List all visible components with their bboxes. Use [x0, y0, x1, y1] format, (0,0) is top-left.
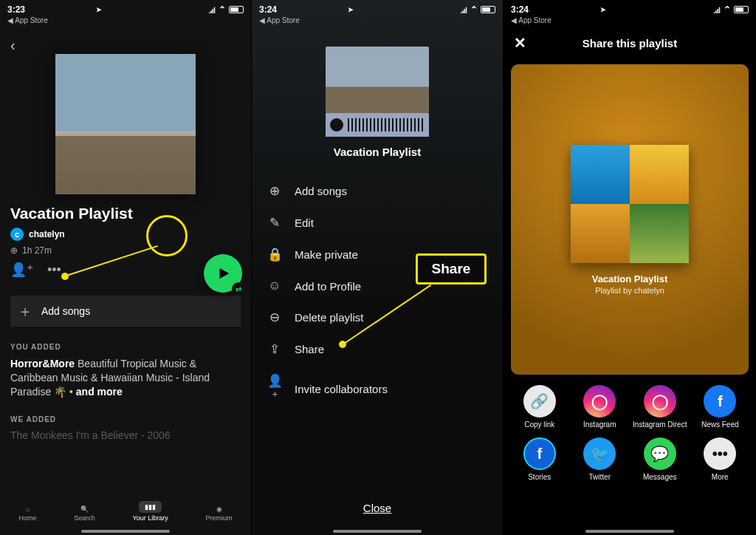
messages-icon: 💬: [644, 437, 676, 470]
battery-icon: [481, 6, 495, 13]
share-playlist-title: Vacation Playlist: [592, 273, 668, 284]
menu-invite[interactable]: 👤⁺Invite collaborators: [267, 373, 488, 404]
owner-row[interactable]: c chatelyn: [10, 228, 241, 241]
home-indicator[interactable]: [333, 530, 422, 533]
instagram-direct-icon: ◯: [644, 385, 676, 418]
status-indicators: ⌃: [209, 4, 244, 15]
close-icon[interactable]: ✕: [514, 34, 526, 52]
facebook-stories-icon: f: [523, 437, 556, 470]
back-to-app[interactable]: ◀ App Store: [0, 16, 251, 26]
home-icon: ⌂: [26, 505, 30, 513]
and-more: and more: [76, 386, 123, 398]
status-time: 3:24: [511, 4, 529, 15]
share-stories[interactable]: fStories: [509, 437, 570, 481]
track-row-1[interactable]: Horror&More Beautiful Tropical Music & C…: [10, 357, 241, 399]
share-news-feed[interactable]: fNews Feed: [690, 385, 751, 429]
link-icon: 🔗: [523, 385, 556, 418]
playlist-cover: [55, 54, 196, 194]
signal-icon: [461, 7, 467, 13]
signal-icon: [209, 7, 216, 13]
wifi-icon: ⌃: [724, 4, 731, 15]
status-indicators: ⌃: [461, 4, 495, 15]
plus-icon: ＋: [18, 301, 32, 321]
spotify-code: [326, 113, 429, 137]
library-icon: ▮▮▮: [145, 503, 156, 511]
close-button[interactable]: Close: [252, 502, 503, 514]
share-instagram[interactable]: ◯Instagram: [570, 385, 630, 429]
share-targets: 🔗Copy link ◯Instagram ◯Instagram Direct …: [509, 385, 750, 481]
playlist-meta: ⊕ 1h 27m: [10, 245, 241, 256]
playlist-duration: 1h 27m: [22, 245, 52, 256]
status-time: 3:24: [259, 4, 277, 15]
add-songs-label: Add songs: [41, 305, 90, 317]
back-chevron-icon[interactable]: ‹: [10, 37, 16, 54]
context-title: Vacation Playlist: [267, 146, 488, 158]
share-header: ✕ Share this playlist: [504, 26, 756, 60]
tab-premium[interactable]: ◉Premium: [206, 505, 233, 522]
more-options-icon[interactable]: •••: [47, 262, 61, 278]
spotify-icon: ◉: [216, 505, 222, 513]
home-indicator[interactable]: [585, 530, 674, 533]
battery-icon: [229, 6, 244, 13]
share-twitter[interactable]: 🐦Twitter: [570, 437, 630, 481]
screen-context-menu: 3:24 ➤ ⌃ ◀ App Store Vacation Playlist ⊕…: [252, 0, 504, 535]
tab-home[interactable]: ⌂Home: [18, 505, 36, 522]
battery-icon: [734, 6, 749, 13]
share-icon: ⇪: [267, 341, 283, 357]
back-to-app[interactable]: ◀ App Store: [504, 16, 756, 26]
twitter-icon: 🐦: [583, 437, 616, 470]
play-button[interactable]: ⇄: [204, 254, 242, 293]
shuffle-badge-icon: ⇄: [232, 282, 245, 296]
status-location-icon: ➤: [600, 6, 606, 13]
add-songs-row[interactable]: ＋ Add songs: [10, 296, 241, 327]
menu-share[interactable]: ⇪Share: [267, 341, 488, 357]
tab-library[interactable]: ▮▮▮Your Library: [133, 501, 168, 522]
play-icon: [215, 265, 231, 282]
minus-circle-icon: ⊖: [267, 310, 283, 325]
screen-share-sheet: 3:24 ➤ ⌃ ◀ App Store ✕ Share this playli…: [504, 0, 756, 535]
share-card: Vacation Playlist Playlist by chatelyn: [511, 64, 749, 375]
share-more[interactable]: •••More: [690, 437, 751, 481]
home-indicator[interactable]: [81, 530, 170, 533]
context-menu: ⊕Add songs ✎Edit 🔒Make private ☺Add to P…: [267, 183, 488, 404]
globe-icon: ⊕: [10, 245, 18, 256]
track-title: Horror&More: [10, 358, 75, 369]
wifi-icon: ⌃: [219, 4, 226, 15]
owner-name: chatelyn: [29, 229, 65, 239]
screen-playlist: 3:23 ➤ ⌃ ◀ App Store ‹ Vacation Playlist…: [0, 0, 252, 535]
back-to-app[interactable]: ◀ App Store: [252, 16, 503, 26]
add-user-icon: 👤⁺: [267, 373, 283, 404]
share-playlist-sub: Playlist by chatelyn: [595, 286, 664, 295]
owner-avatar: c: [10, 228, 24, 241]
code-bars: [348, 118, 425, 132]
tab-bar: ⌂Home 🔍Search ▮▮▮Your Library ◉Premium: [0, 486, 251, 535]
share-title: Share this playlist: [583, 37, 677, 50]
menu-add-to-profile[interactable]: ☺Add to Profile: [267, 279, 488, 293]
menu-make-private[interactable]: 🔒Make private: [267, 247, 488, 262]
search-icon: 🔍: [80, 505, 89, 513]
share-instagram-direct[interactable]: ◯Instagram Direct: [630, 385, 690, 429]
menu-delete[interactable]: ⊖Delete playlist: [267, 310, 488, 325]
facebook-icon: f: [704, 385, 736, 418]
status-location-icon: ➤: [96, 6, 102, 13]
status-bar: 3:24 ➤ ⌃: [504, 0, 756, 16]
signal-icon: [714, 7, 721, 13]
status-indicators: ⌃: [714, 4, 749, 15]
track-row-2[interactable]: The Monkees I'm a Believer - 2006: [10, 429, 241, 441]
add-user-icon[interactable]: 👤⁺: [10, 262, 34, 278]
menu-edit[interactable]: ✎Edit: [267, 215, 488, 231]
mini-cover: [326, 47, 429, 113]
share-messages[interactable]: 💬Messages: [630, 437, 690, 481]
status-bar: 3:23 ➤ ⌃: [0, 0, 251, 16]
share-cover: [571, 145, 689, 263]
more-icon: •••: [704, 437, 736, 470]
tab-search[interactable]: 🔍Search: [74, 505, 95, 522]
wifi-icon: ⌃: [470, 4, 478, 15]
spotify-logo-icon: [330, 118, 343, 132]
playlist-title: Vacation Playlist: [10, 205, 241, 222]
status-location-icon: ➤: [348, 6, 354, 13]
lock-icon: 🔒: [267, 247, 283, 262]
plus-circle-icon: ⊕: [267, 183, 283, 199]
share-copy-link[interactable]: 🔗Copy link: [509, 385, 570, 429]
menu-add-songs[interactable]: ⊕Add songs: [267, 183, 488, 199]
